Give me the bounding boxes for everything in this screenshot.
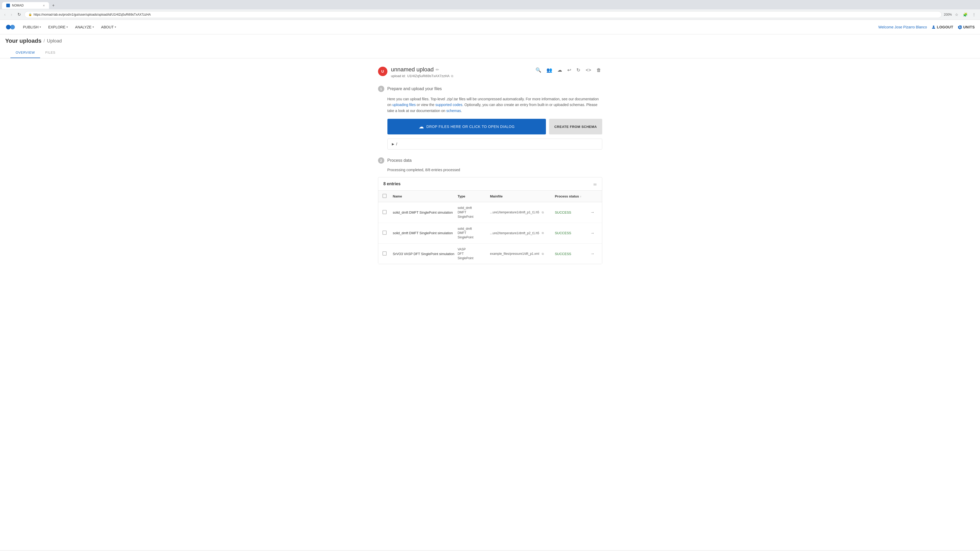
row2-copy-icon[interactable]: ⧉ (542, 231, 544, 235)
tab-overview[interactable]: OVERVIEW (10, 48, 40, 58)
uploading-files-link[interactable]: uploading files (392, 103, 416, 107)
section2-number: 2 (378, 157, 384, 164)
nav-publish-label: PUBLISH (23, 25, 38, 29)
section2-header: 2 Process data (378, 157, 602, 164)
reload-button[interactable]: ↻ (16, 11, 22, 18)
delete-action-icon[interactable]: 🗑 (595, 67, 602, 74)
columns-toggle-icon[interactable]: ⚏ (593, 182, 597, 186)
section1-header: 1 Prepare and upload your files (378, 86, 602, 92)
settings-icon (958, 25, 962, 29)
row1-mainfile-text: ...ure1/temperature1/dmft_p1_t1.h5 (490, 211, 539, 214)
tabs-bar: OVERVIEW FILES (0, 48, 980, 58)
cloud-upload-icon: ☁ (419, 124, 424, 130)
extensions-button[interactable]: 🧩 (961, 11, 969, 18)
row2-checkbox[interactable] (382, 230, 387, 235)
nav-analyze[interactable]: ANALYZE ▾ (72, 23, 97, 31)
header-status: Process status ↑ (555, 194, 587, 198)
row2-action[interactable]: → (587, 231, 598, 235)
menu-button[interactable]: ⋮ (970, 11, 977, 18)
welcome-text: Welcome Jose Pizarro Blanco (878, 25, 927, 29)
section2-title: Process data (387, 158, 412, 163)
row3-arrow-icon[interactable]: → (590, 251, 595, 256)
section-process: 2 Process data Processing completed, 8/8… (378, 157, 602, 264)
supported-codes-link[interactable]: supported codes (435, 103, 463, 107)
logout-label: LOGOUT (937, 25, 953, 29)
tab-overview-label: OVERVIEW (16, 51, 35, 54)
row1-type-line2: DMFT (458, 210, 490, 215)
units-label: UNITS (963, 25, 975, 29)
row3-mainfile: example_files/pressure1/dft_p1.xml ⧉ (490, 252, 555, 256)
row1-copy-icon[interactable]: ⧉ (542, 211, 544, 214)
row1-action[interactable]: → (587, 210, 598, 215)
tab-files[interactable]: FILES (40, 48, 61, 58)
nav-publish-chevron: ▾ (40, 25, 41, 29)
avatar-initials: U (381, 69, 384, 73)
row2-arrow-icon[interactable]: → (590, 231, 595, 235)
row1-checkbox[interactable] (382, 210, 387, 214)
edit-title-icon[interactable]: ✏ (436, 67, 439, 72)
upload-title-text: unnamed upload (391, 66, 434, 73)
back-button[interactable]: ‹ (3, 11, 7, 18)
upload-actions: 🔍 👥 ☁ ↩ ↻ <> 🗑 (535, 66, 602, 74)
undo-action-icon[interactable]: ↩ (566, 66, 572, 74)
logo[interactable] (5, 22, 16, 32)
row3-type-line3: SinglePoint (458, 256, 490, 260)
row3-checkbox[interactable] (382, 251, 387, 256)
process-status-text: Processing completed, 8/8 entries proces… (378, 168, 602, 172)
nav-about[interactable]: ABOUT ▾ (98, 23, 119, 31)
row2-type: solid_dmft DMFT SinglePoint (458, 227, 490, 240)
bookmarks-button[interactable]: ☆ (953, 11, 960, 18)
row1-name: solid_dmft DMFT SinglePoint simulation (393, 211, 458, 214)
nav-explore-chevron: ▾ (67, 25, 68, 29)
code-action-icon[interactable]: <> (584, 67, 592, 74)
row1-mainfile: ...ure1/temperature1/dmft_p1_t1.h5 ⧉ (490, 211, 555, 214)
row2-type-line2: DMFT (458, 231, 490, 235)
upload-id-value: U1HIZq5uRi69sTxAX7zzHA (407, 74, 450, 78)
nav-publish[interactable]: PUBLISH ▾ (20, 23, 44, 31)
select-all-checkbox[interactable] (382, 194, 387, 198)
header-type: Type (458, 194, 490, 198)
drop-zone[interactable]: ☁ DROP FILES HERE OR CLICK TO OPEN DIALO… (387, 119, 546, 135)
upload-info: U unnamed upload ✏ upload id: U1HIZq5uRi… (378, 66, 453, 78)
upload-cloud-action-icon[interactable]: ☁ (556, 66, 563, 74)
file-browser-row: ▶ / (388, 139, 602, 149)
section1-number: 1 (378, 86, 384, 92)
main-content: U unnamed upload ✏ upload id: U1HIZq5uRi… (373, 58, 608, 280)
row1-arrow-icon[interactable]: → (590, 210, 595, 215)
logout-button[interactable]: LOGOUT (931, 25, 953, 29)
units-button[interactable]: UNITS (958, 25, 975, 29)
members-action-icon[interactable]: 👥 (546, 66, 553, 74)
nav-explore[interactable]: EXPLORE ▾ (45, 23, 71, 31)
address-bar[interactable]: 🔒 https://nomad-lab.eu/prod/v1/gui/user/… (24, 11, 942, 18)
user-name[interactable]: Jose Pizarro Blanco (894, 25, 927, 29)
row2-check[interactable] (382, 230, 393, 235)
new-tab-button[interactable]: + (49, 2, 57, 10)
tab-close-button[interactable]: ✕ (43, 4, 45, 7)
breadcrumb-current: Upload (47, 38, 62, 44)
upload-avatar: U (378, 67, 387, 76)
upload-header: U unnamed upload ✏ upload id: U1HIZq5uRi… (378, 66, 602, 78)
table-header: Name Type Mainfile Process status ↑ (378, 191, 602, 202)
forward-button[interactable]: › (9, 11, 14, 18)
zoom-indicator: 200% (944, 13, 952, 16)
sort-icon[interactable]: ↑ (580, 195, 582, 198)
row1-type: solid_dmft DMFT SinglePoint (458, 206, 490, 219)
upload-id: upload id: U1HIZq5uRi69sTxAX7zzHA ⧉ (391, 74, 453, 78)
row2-mainfile-text: ...ure2/temperature1/dmft_p2_t1.h5 (490, 231, 539, 235)
row3-check[interactable] (382, 251, 393, 256)
info-text-2: or view the (415, 103, 435, 107)
copy-id-icon[interactable]: ⧉ (451, 74, 453, 78)
browser-tab-active[interactable]: NOMAD ✕ (2, 2, 49, 9)
breadcrumb-parent[interactable]: Your uploads (5, 38, 41, 44)
upload-details: unnamed upload ✏ upload id: U1HIZq5uRi69… (391, 66, 453, 78)
row1-check[interactable] (382, 210, 393, 215)
drop-zone-text: DROP FILES HERE OR CLICK TO OPEN DIALOG (426, 124, 515, 129)
file-expand-icon[interactable]: ▶ (392, 142, 394, 146)
row3-action[interactable]: → (587, 251, 598, 256)
redo-action-icon[interactable]: ↻ (575, 66, 581, 74)
search-action-icon[interactable]: 🔍 (535, 66, 542, 74)
nav-right: Welcome Jose Pizarro Blanco LOGOUT UNITS (878, 25, 975, 29)
create-from-schema-button[interactable]: CREATE FROM SCHEMA (549, 119, 602, 135)
row3-copy-icon[interactable]: ⧉ (542, 252, 544, 256)
schemas-link[interactable]: schemas (446, 109, 461, 113)
